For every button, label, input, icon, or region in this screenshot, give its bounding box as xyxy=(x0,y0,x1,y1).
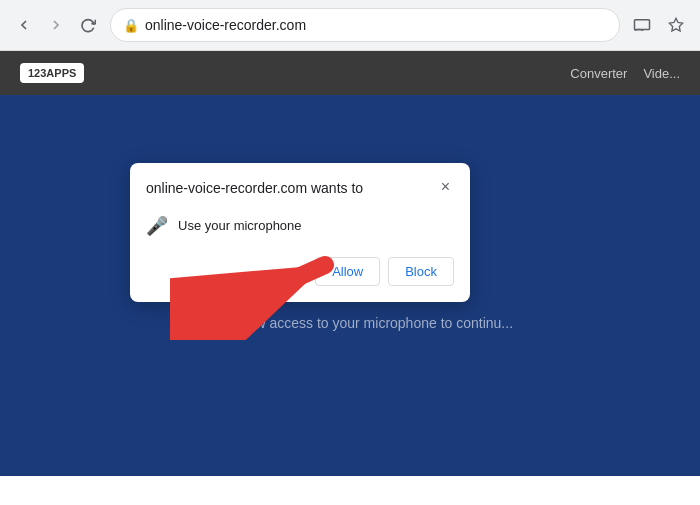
bookmark-button[interactable] xyxy=(662,11,690,39)
forward-button[interactable] xyxy=(42,11,70,39)
popup-header: online-voice-recorder.com wants to × xyxy=(146,179,454,199)
popup-mic-icon: 🎤 xyxy=(146,215,168,237)
back-button[interactable] xyxy=(10,11,38,39)
popup-close-button[interactable]: × xyxy=(437,179,454,195)
url-text: online-voice-recorder.com xyxy=(145,17,607,33)
site-nav: Converter Vide... xyxy=(570,66,680,81)
browser-toolbar: 🔒 online-voice-recorder.com xyxy=(0,0,700,50)
logo-badge[interactable]: 123APPS xyxy=(20,63,84,83)
main-content: Please allow access to your microphone t… xyxy=(0,95,700,476)
nav-converter: Converter xyxy=(570,66,627,81)
red-arrow-indicator xyxy=(170,250,350,344)
popup-mic-label: Use your microphone xyxy=(178,218,302,233)
toolbar-right xyxy=(628,11,690,39)
svg-rect-0 xyxy=(635,20,650,30)
popup-title: online-voice-recorder.com wants to xyxy=(146,179,363,199)
svg-line-7 xyxy=(180,265,325,330)
browser-window: 🔒 online-voice-recorder.com 123APPS Conv… xyxy=(0,0,700,505)
popup-mic-row: 🎤 Use your microphone xyxy=(146,211,454,241)
svg-marker-1 xyxy=(669,18,682,31)
refresh-button[interactable] xyxy=(74,11,102,39)
lock-icon: 🔒 xyxy=(123,18,139,33)
nav-video: Vide... xyxy=(643,66,680,81)
website-header: 123APPS Converter Vide... xyxy=(0,51,700,95)
block-button[interactable]: Block xyxy=(388,257,454,286)
cast-button[interactable] xyxy=(628,11,656,39)
browser-chrome: 🔒 online-voice-recorder.com xyxy=(0,0,700,51)
address-bar[interactable]: 🔒 online-voice-recorder.com xyxy=(110,8,620,42)
nav-buttons xyxy=(10,11,102,39)
